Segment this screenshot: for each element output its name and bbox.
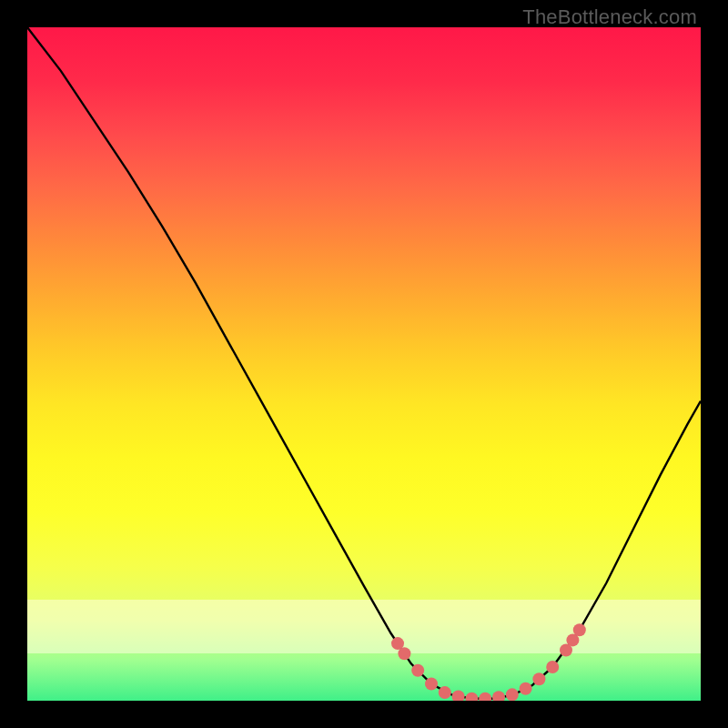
curve-marker [532, 672, 545, 685]
chart-plot-area [27, 27, 701, 701]
bottleneck-curve [27, 27, 701, 699]
curve-marker [573, 623, 586, 636]
curve-marker [452, 691, 465, 701]
curve-marker [479, 693, 491, 701]
curve-marker [465, 693, 478, 701]
curve-marker [411, 664, 424, 677]
chart-svg-layer [27, 27, 701, 701]
curve-marker [492, 691, 505, 701]
curve-marker [439, 686, 451, 699]
curve-marker [546, 661, 559, 673]
curve-marker [398, 647, 410, 660]
curve-marker [506, 688, 519, 701]
watermark-label: TheBottleneck.com [522, 5, 697, 29]
curve-marker [520, 682, 532, 695]
curve-marker [425, 678, 438, 691]
